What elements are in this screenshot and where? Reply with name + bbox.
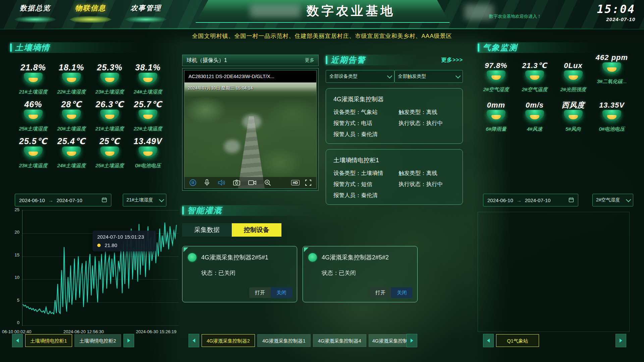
weather-metric: 462 ppm3#二氧化碳... <box>593 54 630 85</box>
video-frame: AC2830121 DS-2DE4423IW-D/GLT/X... 2024年0… <box>182 68 319 191</box>
nav-tab-farm-management[interactable]: 农事管理 <box>121 3 171 23</box>
video-feed: 2024年07月10日 星期三 15:04:14 HD <box>184 82 316 188</box>
soil-metric-select[interactable]: 21#土壤湿度 <box>123 194 166 206</box>
alert-card: 4G灌溉采集控制器 设备类型：气象站 触发类型：离线 报警方式：电话 执行状态：… <box>326 88 463 144</box>
prev-arrow-button[interactable] <box>12 334 23 347</box>
pedestal-glow-icon <box>600 62 624 76</box>
soil-metric: 38.1%24#土壤湿度 <box>128 63 168 95</box>
alert-field: 设备类型：气象站 <box>333 109 398 116</box>
microphone-icon[interactable] <box>204 179 210 186</box>
soil-metric: 46%25#土壤湿度 <box>13 100 53 132</box>
smart-irrigation-panel: 智能灌溉 采集数据 控制设备 4G灌溉采集控制器2#5#1 状态：已关闭 打开 … <box>182 205 464 302</box>
soil-device-carousel: 土壤墒情电控柜1 土壤墒情电控柜2 <box>12 334 134 347</box>
open-button[interactable]: 打开 <box>370 287 391 298</box>
clock: 15:04 2024-07-10 <box>597 3 635 22</box>
carousel-item[interactable]: 土壤墒情电控柜2 <box>74 334 121 347</box>
weather-metric-select[interactable]: 2#空气湿度 <box>592 194 633 206</box>
pedestal-glow-icon <box>60 146 83 161</box>
next-arrow-button[interactable] <box>123 334 134 347</box>
chevron-down-icon <box>159 197 164 202</box>
pause-icon[interactable] <box>189 179 197 186</box>
carousel-item[interactable]: 4G灌溉采集控制器1 <box>257 334 311 347</box>
calendar-icon <box>102 197 107 203</box>
open-button[interactable]: 打开 <box>249 287 271 298</box>
blurred-region <box>243 114 261 129</box>
soil-metric: 21.8%21#土壤湿度 <box>13 63 53 95</box>
selected-option: 全部设备类型 <box>329 73 358 79</box>
tab-collect-data[interactable]: 采集数据 <box>182 223 232 237</box>
device-type-filter[interactable]: 全部设备类型 <box>326 70 394 83</box>
pedestal-glow-icon <box>484 110 508 124</box>
selected-option: 21#土壤湿度 <box>126 197 153 203</box>
weather-metric: 97.8%2#空气湿度 <box>478 62 515 93</box>
carousel-item[interactable]: 4G灌溉采集控制器4 <box>313 334 366 347</box>
soil-date-range-picker[interactable]: 2024-06-10 → 2024-07-10 <box>15 194 111 206</box>
nav-tab-data-overview[interactable]: 数据总览 <box>10 3 60 23</box>
chart-x-axis: 06-10 00:02:40 2024-06-20 12:56:30 2024-… <box>2 329 176 334</box>
dashboard-background: 数据总览 物联信息 农事管理 数字农业基地 数字农业基地欢迎你进入！ 15:04… <box>0 0 644 362</box>
alert-field: 触发类型：离线 <box>398 109 455 116</box>
zoom-in-icon[interactable] <box>264 179 271 186</box>
weather-panel-title: 气象监测 <box>478 42 630 53</box>
trigger-type-filter[interactable]: 全部触发类型 <box>394 70 463 83</box>
nav-tab-iot-info[interactable]: 物联信息 <box>65 3 116 23</box>
pedestal-glow-icon <box>561 110 585 124</box>
speaker-icon[interactable] <box>217 179 225 186</box>
selected-option: 2#空气湿度 <box>596 197 620 203</box>
honors-banner: 全国文明村镇、全国一村一品示范村、住建部美丽宜居村庄、市级宜居宜业和美乡村、AA… <box>0 32 644 40</box>
close-button[interactable]: 关闭 <box>271 287 292 298</box>
weather-metric: 西风度5#风向 <box>555 101 592 132</box>
soil-metric: 25.5℃23#土壤温度 <box>13 137 53 169</box>
tab-control-devices[interactable]: 控制设备 <box>232 223 281 237</box>
carousel-item[interactable]: 土壤墒情电控柜1 <box>25 334 72 347</box>
soil-metric: 18.1%22#土壤湿度 <box>52 63 91 95</box>
carousel-item[interactable]: 4G灌溉采集控制器2 <box>202 334 255 347</box>
camera-more-link[interactable]: 更多 <box>305 57 314 63</box>
blurred-region <box>224 140 240 153</box>
nav-label: 数据总览 <box>10 3 60 13</box>
weather-panel: 气象监测 97.8%2#空气湿度 21.3℃2#空气温度 0Lux2#光照强度 … <box>478 42 630 154</box>
irrigation-panel-title: 智能灌溉 <box>182 205 350 216</box>
carousel-item[interactable]: Q1气象站 <box>496 334 539 347</box>
pedestal-glow-icon <box>21 73 45 87</box>
irrigation-device-card: 4G灌溉采集控制器2#5#2 状态：已关闭 打开 关闭 <box>303 246 418 302</box>
alert-device-name: 4G灌溉采集控制器 <box>333 95 455 103</box>
range-arrow: → <box>517 197 522 203</box>
snapshot-camera-icon[interactable] <box>233 179 240 186</box>
pedestal-glow-icon <box>600 110 624 124</box>
soil-moisture-panel: 土壤墒情 21.8%21#土壤湿度 18.1%22#土壤湿度 25.3%23#土… <box>10 42 178 170</box>
close-button[interactable]: 关闭 <box>391 287 413 298</box>
welcome-text: 数字农业基地欢迎你进入！ <box>489 13 541 19</box>
alerts-more-link[interactable]: 更多>>> <box>441 57 463 64</box>
prev-arrow-button[interactable] <box>189 334 199 347</box>
hd-badge[interactable]: HD <box>291 180 300 185</box>
weather-station-carousel-next <box>615 334 626 347</box>
video-control-bar: HD <box>184 177 316 188</box>
weather-metric: 0mm6#降雨量 <box>478 101 515 132</box>
soil-metric: 25.3%23#土壤湿度 <box>90 63 129 95</box>
next-arrow-button[interactable] <box>615 334 626 347</box>
bottom-carousel-row: 土壤墒情电控柜1 土壤墒情电控柜2 4G灌溉采集控制器2 4G灌溉采集控制器1 … <box>0 334 644 347</box>
prev-arrow-button[interactable] <box>483 334 494 347</box>
nav-platform-glow-icon <box>125 16 167 23</box>
weather-date-range-picker[interactable]: 2024-06-10 → 2024-07-10 <box>483 194 578 206</box>
alert-field: 报警方式：短信 <box>333 181 398 188</box>
next-arrow-button[interactable] <box>407 334 417 347</box>
weather-metric: 0Lux2#光照强度 <box>555 62 592 93</box>
soil-chart-canvas[interactable] <box>22 210 178 326</box>
pedestal-glow-icon <box>60 110 83 124</box>
series-dot-icon <box>97 244 101 247</box>
pedestal-glow-icon <box>98 110 121 124</box>
chevron-down-icon <box>626 197 631 202</box>
carousel-item[interactable]: 4G灌溉采集控制 <box>369 334 408 347</box>
fullscreen-icon[interactable] <box>305 179 312 186</box>
device-name: 4G灌溉采集控制器2#5#2 <box>322 253 389 261</box>
status-dot-icon <box>308 253 317 262</box>
irrigation-device-card: 4G灌溉采集控制器2#5#1 状态：已关闭 打开 关闭 <box>182 246 297 302</box>
pedestal-glow-icon <box>561 70 585 84</box>
record-video-icon[interactable] <box>248 179 257 186</box>
camera-title: 球机（摄像头）1 <box>186 57 227 64</box>
weather-chart-area <box>478 212 630 332</box>
alert-field: 执行状态：执行中 <box>398 120 455 127</box>
alert-field: 报警人员：秦伦清 <box>333 131 398 138</box>
